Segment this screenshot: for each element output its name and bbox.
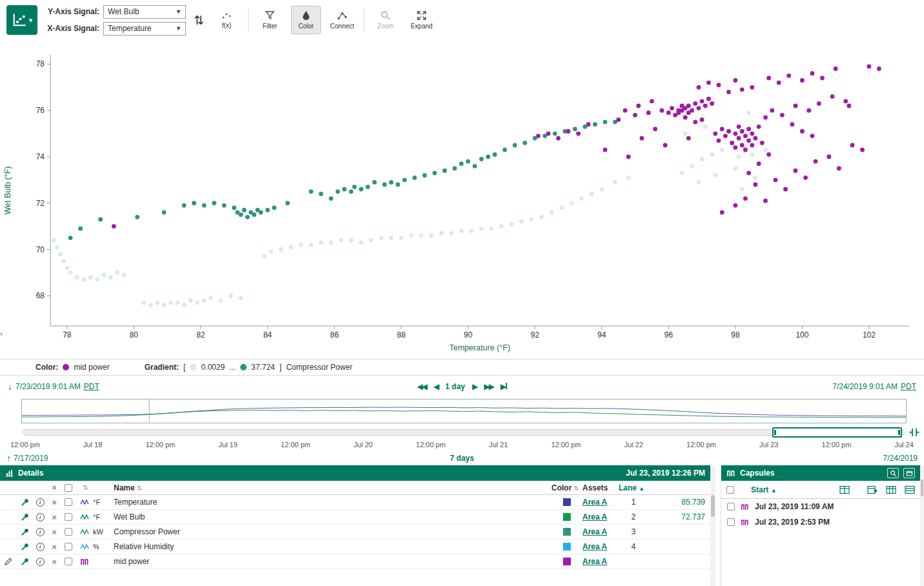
adjust-range-icon[interactable] (909, 427, 920, 438)
row-checkbox[interactable] (65, 513, 72, 521)
color-swatch[interactable] (563, 528, 571, 536)
lane-column-header[interactable]: Lane ▲ (619, 483, 648, 492)
step-forward-button[interactable]: ▶ (472, 382, 477, 391)
color-swatch[interactable] (563, 513, 571, 521)
pin-icon[interactable] (20, 512, 30, 522)
row-checkbox[interactable] (65, 558, 72, 565)
details-scrollbar[interactable] (710, 465, 715, 586)
row-checkbox[interactable] (65, 528, 72, 536)
pin-icon[interactable] (20, 527, 30, 537)
stats-column-icon[interactable] (886, 485, 896, 494)
timeline-selected-range-handle[interactable] (772, 427, 902, 438)
expand-button[interactable]: Expand (407, 6, 436, 34)
filter-button[interactable]: Filter (255, 6, 285, 34)
table-row[interactable]: i × kW Compressor Power Area A 3 (0, 525, 710, 540)
info-icon[interactable]: i (36, 528, 45, 536)
swap-axes-icon[interactable]: ⇅ (192, 13, 205, 28)
info-icon[interactable]: i (36, 498, 45, 507)
scatter-point (529, 217, 534, 222)
step-duration-label[interactable]: 1 day (446, 382, 466, 391)
scrollbar-thumb[interactable] (921, 480, 923, 496)
remove-icon[interactable]: × (52, 512, 57, 522)
info-icon[interactable]: i (36, 558, 45, 566)
start-column-header[interactable]: Start ▲ (751, 485, 777, 494)
item-name: mid power (114, 557, 551, 566)
asset-link[interactable]: Area A (582, 527, 619, 536)
edit-icon[interactable] (4, 557, 13, 566)
info-icon[interactable]: i (36, 513, 45, 521)
scatter-chart[interactable]: 7880828486889092949698100102687072747678… (0, 40, 924, 359)
y-axis-signal-select[interactable]: Wet Bulb ▼ (103, 5, 186, 19)
timeline-tick-label: Jul 20 (354, 441, 373, 451)
color-column-header[interactable]: Color⇅ (551, 483, 582, 492)
assets-column-header[interactable]: Assets (582, 483, 619, 492)
name-column-header[interactable]: Name⇅ (114, 483, 551, 492)
color-button[interactable]: Color (291, 6, 321, 34)
remove-icon[interactable]: × (52, 557, 57, 567)
connect-button[interactable]: Connect (327, 6, 357, 34)
table-row[interactable]: i × °F Wet Bulb Area A 2 72.737 (0, 510, 710, 525)
add-column-icon[interactable] (867, 485, 878, 494)
capsules-scrollbar[interactable] (920, 465, 924, 586)
table-grid-icon[interactable] (839, 485, 850, 494)
timeline-tick-label: 12:00 pm (10, 441, 40, 451)
chart-type-button[interactable]: ▾ (6, 5, 37, 35)
timezone-link[interactable]: PDT (901, 382, 916, 391)
timezone-link[interactable]: PDT (84, 382, 99, 391)
capsules-select-all-checkbox[interactable] (726, 486, 734, 494)
sort-icon[interactable]: ⇅ (83, 484, 88, 491)
asset-link[interactable]: Area A (582, 512, 619, 521)
collapse-panel-icon[interactable]: ‹ (0, 329, 3, 338)
remove-icon[interactable]: × (52, 542, 57, 552)
search-button[interactable] (887, 468, 899, 478)
scatter-point (289, 245, 293, 250)
pin-icon[interactable] (20, 498, 30, 507)
pin-icon[interactable] (20, 557, 30, 567)
scrollbar-thumb[interactable] (711, 495, 715, 517)
scatter-point (757, 125, 761, 129)
scatter-point (877, 66, 881, 71)
pin-icon[interactable] (20, 542, 30, 552)
step-backward-button[interactable]: ◀ (433, 382, 438, 391)
capsule-row[interactable]: Jul 23, 2019 2:53 PM (721, 514, 920, 530)
table-row[interactable]: i × mid power Area A (0, 554, 710, 569)
investigate-range-end[interactable]: 7/24/2019 (883, 454, 918, 463)
asset-link[interactable]: Area A (582, 542, 619, 551)
display-range-end[interactable]: 7/24/2019 9:01 AM (832, 382, 898, 391)
fx-button[interactable]: f(x) (212, 6, 241, 34)
step-to-end-button[interactable]: ▶ (500, 382, 507, 391)
remove-icon[interactable]: × (52, 498, 57, 507)
color-swatch[interactable] (563, 498, 571, 506)
info-icon[interactable]: i (36, 543, 45, 551)
remove-all-button[interactable]: × (52, 483, 57, 492)
row-checkbox[interactable] (65, 498, 72, 506)
color-swatch[interactable] (563, 558, 571, 565)
overview-trend-chart[interactable] (21, 399, 907, 423)
export-table-icon[interactable] (905, 485, 915, 494)
investigate-range-duration[interactable]: 7 days (450, 454, 474, 463)
scatter-point (479, 227, 484, 231)
scatter-point (553, 132, 557, 136)
display-range-start[interactable]: 7/23/2019 9:01 AM (15, 382, 81, 391)
remove-icon[interactable]: × (52, 527, 57, 537)
row-checkbox[interactable] (65, 543, 72, 551)
asset-link[interactable]: Area A (582, 557, 619, 566)
scatter-point (239, 296, 243, 301)
scatter-point (265, 208, 270, 212)
asset-link[interactable]: Area A (582, 498, 619, 507)
fast-backward-button[interactable]: ◀◀ (417, 382, 426, 391)
investigate-range-start[interactable]: 7/17/2019 (14, 454, 48, 463)
table-row[interactable]: i × % Relative Humidity Area A 4 (0, 540, 710, 554)
select-all-checkbox[interactable] (65, 484, 72, 492)
zoom-label: Zoom (377, 23, 394, 30)
capsule-checkbox[interactable] (727, 503, 735, 510)
capsule-checkbox[interactable] (727, 518, 735, 526)
capsule-row[interactable]: Jul 23, 2019 11:09 AM (721, 499, 920, 514)
minimize-button[interactable] (903, 468, 915, 478)
x-axis-signal-select[interactable]: Temperature ▼ (103, 22, 186, 35)
color-swatch[interactable] (563, 543, 571, 551)
scatter-point (623, 108, 628, 113)
scatter-point (245, 215, 250, 219)
fast-forward-button[interactable]: ▶▶ (484, 382, 493, 391)
table-row[interactable]: i × °F Temperature Area A 1 85.739 (0, 495, 710, 510)
